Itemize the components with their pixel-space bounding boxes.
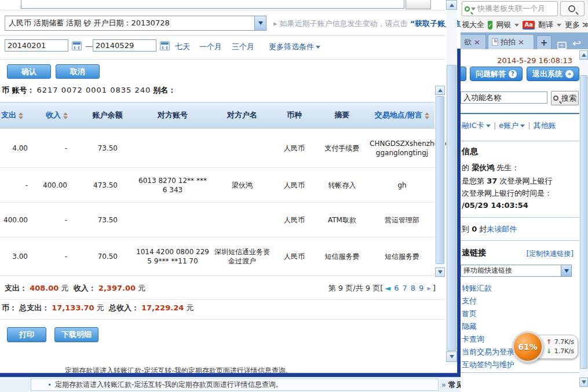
scroll-up-icon[interactable] [579,50,588,60]
table-scrollbar[interactable] [435,86,445,278]
quicklink-transfer[interactable]: 转账汇款 [462,283,492,294]
cell-balance: 73.50 [80,215,135,225]
sort-icon[interactable] [425,112,429,119]
new-tab-button[interactable]: + [536,35,552,49]
quicklinks-select[interactable]: 择功能快速链接 [461,265,572,277]
browser-search-box[interactable]: 快播老板失联一个月 [462,1,558,16]
quicklink-contract-maintain[interactable]: 互动签约与维护 [462,360,514,370]
browser-search-text[interactable]: 快播老板失联一个月 [477,3,555,14]
chevron-down-icon[interactable] [471,8,476,10]
date-to-input[interactable] [93,39,156,52]
logout-button[interactable]: 退出系统 » [527,67,579,81]
account-label: 币 账号： [2,86,35,94]
close-icon[interactable]: × [518,38,524,46]
chevron-down-icon [564,269,569,273]
cell-income: 400.00 [34,181,80,190]
browser-scrollbar[interactable] [579,50,588,388]
scroll-down-icon[interactable] [446,351,457,362]
function-search-button[interactable]: 搜索 [551,91,579,105]
cancel-button[interactable]: 取消 [56,64,100,79]
browser-tab-bar: 欲 × 拍拍 × + + ↩ [461,32,588,49]
cell-counter-account: 6013 8270 12** *** 6 343 [135,176,210,195]
column-header-currency: 币种 [274,110,315,120]
print-button[interactable]: 打印 [7,327,46,342]
toolbar-item-more[interactable]: 更多 ≫ [565,20,588,30]
chevron-down-icon[interactable] [514,24,519,27]
divider [0,35,445,36]
browser-tab-active[interactable]: 拍拍 × [488,34,534,49]
logout-arrow-icon: » [565,70,574,78]
quicklink-card-query[interactable]: 卡查询 [462,334,484,345]
clipped-top-combo[interactable] [21,0,404,9]
page-link[interactable]: 8 [411,284,415,292]
table-row: - 400.00 473.50 6013 8270 12** *** 6 343… [0,168,434,203]
cell-counter-account: 1014 4200 0800 229 5 9*** **11 70 [135,247,210,266]
quick-range-3m[interactable]: 三个月 [232,42,254,52]
scroll-up-icon[interactable] [435,86,445,95]
search-icon [553,96,558,101]
search-icon [568,5,575,12]
nav-e-account[interactable]: e账户 [499,121,518,130]
cell-counter-name: 梁伙鸿 [210,181,274,190]
page-link[interactable]: 9 [419,284,423,292]
scrollbar-thumb[interactable] [447,65,456,351]
nav-other-accounts[interactable]: 其他账 [534,121,556,130]
scrollbar-thumb[interactable] [436,96,444,264]
toolbar-item-translate[interactable]: 翻译 [538,20,553,30]
quicklink-home[interactable]: 首页 [462,309,477,319]
confirm-button[interactable]: 确认 [7,64,51,79]
greeting-line: 的 梁伙鸿 先生： [462,163,519,173]
page-link[interactable]: 7 [403,284,407,292]
column-header-expense[interactable]: 支出 [0,110,34,120]
table-row: 400.00 - 73.50 人民币 ATM取款 营运管理部 [0,203,434,237]
back-icon[interactable]: ↩ [572,37,581,49]
scroll-down-icon[interactable] [579,378,588,387]
scroll-down-icon[interactable] [435,268,445,277]
browser-tab[interactable]: 欲 × [461,34,486,49]
toolbar-item-videos[interactable]: 视大全 [462,20,484,30]
nav-ic-card[interactable]: 融IC卡 [462,121,484,130]
browser-search-button[interactable] [560,1,585,16]
dropdown-button[interactable] [254,16,266,30]
calendar-icon[interactable] [160,41,170,50]
close-icon[interactable]: × [474,38,480,46]
quicklink-hide[interactable]: 隐藏 [462,321,477,332]
prev-page-icon[interactable]: ◄ [385,284,390,292]
sort-icon[interactable] [63,112,68,119]
unread-mail-link[interactable]: 未读邮件 [487,225,517,233]
quick-range-1m[interactable]: 一个月 [199,42,222,52]
currency-prefix: 币： [2,303,17,312]
browser-chrome: 快播老板失联一个月 视大全 ✓ 网银 Aa 翻译 更多 ≫ 欲 × [461,0,588,49]
bullet-icon: • [48,381,52,389]
date-from-input[interactable] [5,39,68,52]
page-link[interactable]: 6 [394,284,399,292]
sort-icon[interactable] [19,112,23,119]
unit: 元 [186,303,193,312]
scroll-up-icon[interactable] [446,0,457,10]
toolbar-item-netbank[interactable]: 网银 [496,20,511,30]
next-page-icon[interactable]: ▸ [427,284,431,292]
clipped-button-fragment[interactable] [461,67,466,81]
quick-range-7d[interactable]: 七天 [175,42,190,52]
memory-usage-ball[interactable]: 61% [512,331,543,362]
dropdown-button[interactable] [561,265,571,276]
new-window-icon[interactable]: + [557,42,567,49]
customize-quicklinks-link[interactable]: [定制快速链接] [527,249,574,259]
main-frame-scrollbar[interactable] [446,0,457,365]
quicklink-payment[interactable]: 支付 [462,296,477,306]
faq-button[interactable]: 问题解答 ? [470,67,523,81]
function-search-input[interactable] [461,91,547,104]
account-type-select[interactable]: 人民币 活期储蓄 活期 钞 开户日期：20130728 [5,16,266,31]
column-header-income[interactable]: 收入 [34,110,80,120]
chevron-down-icon[interactable] [557,24,561,27]
clipped-top-combo-button[interactable] [406,0,431,9]
more-filters-link[interactable]: 更多筛选条件 [269,42,320,52]
column-header-location[interactable]: 交易地点/附言 [370,110,434,120]
current-datetime: 2014-5-29 16:08:13 [497,56,572,65]
download-details-button[interactable]: 下载明细 [54,327,98,342]
calendar-icon[interactable] [72,41,82,50]
chevron-down-icon [258,21,263,25]
clipped-text-line: 定期存款请进入转账汇款-定活互转-我的定期存款页面进行详情信息查询。 [65,367,412,373]
scrollbar-thumb[interactable] [580,75,587,369]
cell-currency: 人民币 [274,144,315,153]
